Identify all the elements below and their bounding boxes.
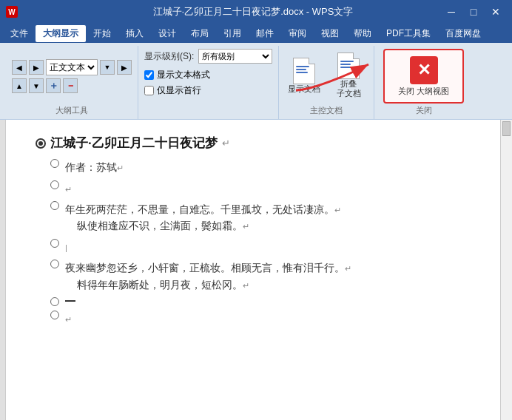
collapse-subdoc-label: 折叠子文档 <box>337 79 361 98</box>
menu-baidu[interactable]: 百度网盘 <box>438 25 488 42</box>
arrow-right2-button[interactable]: ▶ <box>117 60 132 75</box>
show-format-label: 显示文本格式 <box>157 69 210 81</box>
title-bar: W 江城子·乙卯正月二十日夜记梦.docx - WPS文字 ─ □ ✕ <box>0 0 512 24</box>
title-bar-controls: ─ □ ✕ <box>441 4 506 20</box>
menu-reference[interactable]: 引用 <box>216 25 249 42</box>
document-title-row: 江城子·乙卯正月二十日夜记梦 ↵ <box>36 135 463 152</box>
level-display-label: 显示级别(S): <box>144 50 194 63</box>
item-text-verse2: 夜来幽梦忽还乡，小轩窗，正梳妆。相顾无言，惟有泪千行。↵ 料得年年肠断处，明月夜… <box>65 260 351 293</box>
minus-button[interactable]: － <box>63 78 78 93</box>
show-format-row: 显示文本格式 <box>144 69 210 81</box>
display-group-label <box>144 115 272 116</box>
scrollbar-thumb[interactable] <box>502 121 511 136</box>
level-display-select[interactable]: 所有级别 <box>198 49 272 64</box>
main-doc-label: 主控文档 <box>285 104 368 116</box>
close-group-box: ✕ 关闭 大纲视图 <box>383 49 464 104</box>
ribbon-group-display: 显示级别(S): 所有级别 显示文本格式 仅显示首行 <box>138 46 279 119</box>
item-bullet-4 <box>50 239 59 248</box>
item-text-blank2: | <box>65 239 67 255</box>
maximize-button[interactable]: □ <box>463 4 484 20</box>
outline-item-end: ↵ <box>36 311 463 327</box>
menu-view[interactable]: 视图 <box>314 25 346 42</box>
arrow-dropdown-button[interactable]: ▼ <box>100 60 115 75</box>
menu-help[interactable]: 帮助 <box>346 25 379 42</box>
level-display-row: 显示级别(S): 所有级别 <box>144 49 272 64</box>
menu-review[interactable]: 审阅 <box>281 25 314 42</box>
item-text-end: ↵ <box>65 311 72 327</box>
document-area[interactable]: 江城子·乙卯正月二十日夜记梦 ↵ 作者：苏轼↵ ↵ <box>6 120 500 420</box>
item-text-blank1: ↵ <box>65 180 72 197</box>
menu-design[interactable]: 设计 <box>151 25 183 42</box>
item-text-verse1: 年生死两茫茫，不思量，自难忘。千里孤坟，无处话凄凉。↵ 纵使相逢应不识，尘满面，… <box>65 201 341 234</box>
outline-item-author: 作者：苏轼↵ <box>36 159 463 175</box>
title-enter-mark: ↵ <box>222 138 230 149</box>
menu-mail[interactable]: 邮件 <box>249 25 281 42</box>
ribbon-group-close: ✕ 关闭 大纲视图 关闭 <box>377 46 470 119</box>
show-document-icon <box>292 59 316 83</box>
collapse-subdoc-button[interactable]: 折叠子文档 <box>329 51 368 101</box>
show-document-button[interactable]: 显示文档 <box>285 56 323 97</box>
show-format-checkbox[interactable] <box>144 70 154 80</box>
close-outline-view-button[interactable]: ✕ 关闭 大纲视图 <box>392 53 455 99</box>
menu-outline[interactable]: 大纲显示 <box>36 25 86 42</box>
ribbon-group-main-doc: 显示文档 折叠子文档 <box>279 46 374 119</box>
outline-item-cursor <box>36 297 463 306</box>
arrow-down-button[interactable]: ▼ <box>29 78 44 93</box>
document-content: 江城子·乙卯正月二十日夜记梦 ↵ 作者：苏轼↵ ↵ <box>6 120 500 420</box>
item-bullet-1 <box>50 159 59 168</box>
close-x-icon: ✕ <box>410 56 438 84</box>
item-bullet-3 <box>50 201 59 210</box>
arrow-left-level-button[interactable]: ◀ <box>12 60 27 75</box>
plus-button[interactable]: ＋ <box>46 78 61 93</box>
left-margin <box>0 120 6 420</box>
item-text-author: 作者：苏轼↵ <box>65 159 124 175</box>
arrow-up-button[interactable]: ▲ <box>12 78 27 93</box>
close-outline-view-label: 关闭 大纲视图 <box>398 86 449 96</box>
arrow-right-level-button[interactable]: ▶ <box>29 60 44 75</box>
main-area: 江城子·乙卯正月二十日夜记梦 ↵ 作者：苏轼↵ ↵ <box>0 120 512 420</box>
close-group-label: 关闭 <box>416 104 432 116</box>
vertical-scrollbar[interactable] <box>500 120 512 420</box>
minimize-button[interactable]: ─ <box>441 4 462 20</box>
collapse-subdoc-icon <box>337 54 360 78</box>
menu-insert[interactable]: 插入 <box>118 25 151 42</box>
outline-nav-controls: ◀ ▶ 正文文本 ▼ ▶ ▲ ▼ ＋ － <box>12 59 132 93</box>
menu-layout[interactable]: 布局 <box>183 25 216 42</box>
menu-start[interactable]: 开始 <box>86 25 118 42</box>
outline-tools-label: 大纲工具 <box>12 104 132 116</box>
item-bullet-7 <box>50 311 59 319</box>
menu-pdf[interactable]: PDF工具集 <box>379 25 438 42</box>
title-bullet <box>36 138 46 149</box>
item-bullet-6 <box>50 297 59 306</box>
show-first-line-checkbox[interactable] <box>144 86 154 95</box>
title-bar-text: 江城子·乙卯正月二十日夜记梦.docx - WPS文字 <box>65 5 441 18</box>
item-bullet-5 <box>50 260 59 268</box>
level-select[interactable]: 正文文本 <box>46 59 98 75</box>
item-bullet-2 <box>50 180 59 189</box>
app-icon: W <box>6 6 18 18</box>
show-document-label: 显示文档 <box>288 84 320 94</box>
outline-item-verse2: 夜来幽梦忽还乡，小轩窗，正梳妆。相顾无言，惟有泪千行。↵ 料得年年肠断处，明月夜… <box>36 260 463 293</box>
outline-item-blank2: | <box>36 239 463 255</box>
document-title: 江城子·乙卯正月二十日夜记梦 <box>50 135 218 152</box>
close-window-button[interactable]: ✕ <box>485 4 506 20</box>
cursor-indicator <box>65 297 75 302</box>
cursor-line <box>65 300 75 302</box>
menu-bar: 文件 大纲显示 开始 插入 设计 布局 引用 邮件 审阅 视图 帮助 PDF工具… <box>0 24 512 43</box>
ribbon-group-outline-tools: ◀ ▶ 正文文本 ▼ ▶ ▲ ▼ ＋ － <box>6 46 138 119</box>
main-doc-buttons: 显示文档 折叠子文档 <box>285 51 368 101</box>
outline-item-blank1: ↵ <box>36 180 463 197</box>
outline-item-verse1: 年生死两茫茫，不思量，自难忘。千里孤坟，无处话凄凉。↵ 纵使相逢应不识，尘满面，… <box>36 201 463 234</box>
show-first-line-label: 仅显示首行 <box>157 84 201 97</box>
ribbon: ◀ ▶ 正文文本 ▼ ▶ ▲ ▼ ＋ － <box>0 43 512 120</box>
menu-file[interactable]: 文件 <box>3 25 36 42</box>
show-first-line-row: 仅显示首行 <box>144 84 201 97</box>
